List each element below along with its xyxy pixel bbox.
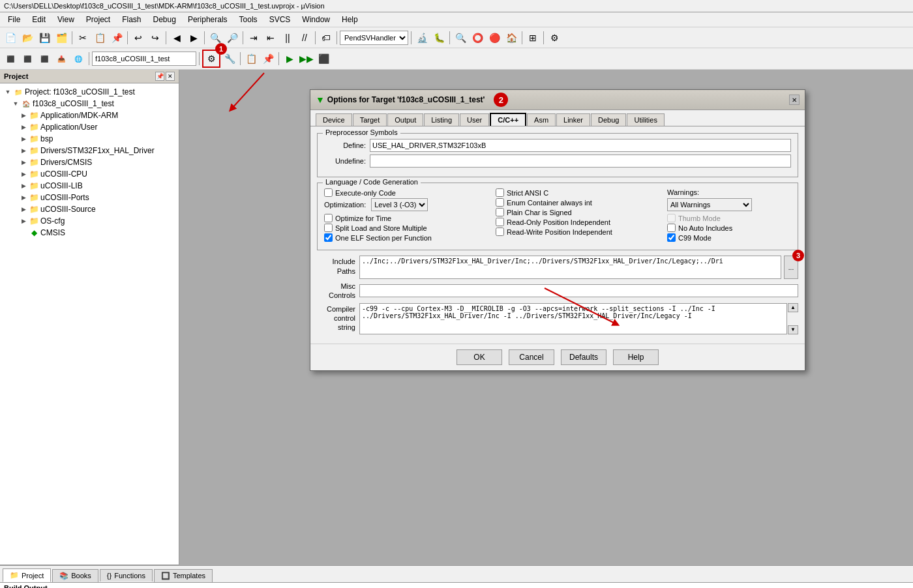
menu-debug[interactable]: Debug [148,14,181,25]
menu-help[interactable]: Help [337,14,363,25]
strict-ansi-check[interactable] [496,188,504,197]
tab-utilities[interactable]: Utilities [627,113,664,126]
tb2-green2-btn[interactable]: ▶▶ [299,51,314,66]
home-btn[interactable]: 🏠 [503,30,519,46]
tab-listing[interactable]: Listing [424,113,459,126]
tab-linker[interactable]: Linker [556,113,590,126]
menu-edit[interactable]: Edit [27,14,51,25]
tree-root[interactable]: ▼ 📁 Project: f103c8_uCOSIII_1_test [0,86,179,98]
tab-books[interactable]: 📚 Books [52,569,98,582]
plain-char-check[interactable] [496,208,504,216]
tb2-btn5[interactable]: 🌐 [70,51,86,66]
tb2-btn3[interactable]: ⬛ [37,51,52,66]
tb2-green1-btn[interactable]: ▶ [282,51,297,66]
cancel-btn[interactable]: Cancel [509,349,554,365]
grid-btn[interactable]: ⊞ [525,30,541,46]
tab-output[interactable]: Output [387,113,423,126]
options-target-btn[interactable]: ⚙ 1 [202,50,220,68]
opt-time-check[interactable] [324,214,333,222]
list-item[interactable]: ▶ 📁 uCOSIII-CPU [0,168,179,180]
tb2-btn2[interactable]: ⬛ [20,51,35,66]
copy-btn[interactable]: 📋 [92,30,108,46]
tab-project[interactable]: 📁 Project [3,568,51,582]
tb2-btn4[interactable]: 📥 [53,51,69,66]
paste-btn[interactable]: 📌 [109,30,125,46]
misc-controls-input[interactable] [359,284,798,297]
optimization-select[interactable]: Level 3 (-O3) [371,198,428,211]
debug2-btn[interactable]: 🐛 [431,30,447,46]
nav-fwd-btn[interactable]: ▶ [186,30,202,46]
enum-container-check[interactable] [496,198,504,207]
tb2-red-btn[interactable]: ⬛ [316,51,331,66]
menu-svcs[interactable]: SVCS [264,14,296,25]
tb2-copy2-btn[interactable]: 📋 [243,51,259,66]
save-all-btn[interactable]: 🗂️ [53,30,69,46]
list-item[interactable]: ▶ 📁 Application/User [0,121,179,133]
include-browse-btn[interactable]: ... 3 [784,256,798,279]
rw-pos-check[interactable] [496,228,504,236]
tb2-paste2-btn[interactable]: 📌 [260,51,276,66]
settings-btn[interactable]: ⚙ [546,30,562,46]
tab-functions[interactable]: {} Functions [100,569,153,581]
list-item[interactable]: ▶ 📁 bsp [0,133,179,145]
warnings-select[interactable]: All Warnings [667,198,752,211]
tab-asm[interactable]: Asm [527,113,556,126]
c99-mode-check[interactable] [667,233,676,242]
defaults-btn[interactable]: Defaults [561,349,606,365]
tab-debug[interactable]: Debug [591,113,626,126]
menu-tools[interactable]: Tools [234,14,263,25]
search2-btn[interactable]: 🔍 [453,30,468,46]
compiler-string-input[interactable]: -c99 -c --cpu Cortex-M3 -D__MICROLIB -g … [359,303,787,334]
one-elf-check[interactable] [324,233,333,242]
open-btn[interactable]: 📂 [20,30,35,46]
modal-close-btn[interactable]: ✕ [789,95,800,105]
menu-flash[interactable]: Flash [117,14,146,25]
list-item[interactable]: ▶ 📁 Drivers/CMSIS [0,156,179,168]
bookmark-btn[interactable]: 🏷 [318,30,334,46]
circle-btn[interactable]: ⭕ [470,30,485,46]
tab-cc[interactable]: C/C++ [490,113,526,126]
redo-btn[interactable]: ↪ [147,30,163,46]
comment-btn[interactable]: || [280,30,295,46]
list-item[interactable]: ▶ 📁 OS-cfg [0,215,179,227]
save-btn[interactable]: 💾 [37,30,52,46]
indent-btn[interactable]: ⇥ [246,30,262,46]
tab-target[interactable]: Target [353,113,387,126]
list-item[interactable]: ▶ 📁 Application/MDK-ARM [0,110,179,121]
outdent-btn[interactable]: ⇤ [263,30,278,46]
replace-btn[interactable]: 🔎 [224,30,240,46]
panel-close-btn[interactable]: ✕ [166,72,175,81]
nav-back-btn[interactable]: ◀ [169,30,185,46]
new-file-btn[interactable]: 📄 [3,30,18,46]
tree-target[interactable]: ▼ 🏠 f103c8_uCOSIII_1_test [0,98,179,110]
define-input[interactable] [370,139,791,152]
compiler-scroll-up[interactable]: ▲ [788,303,798,312]
menu-project[interactable]: Project [81,14,115,25]
list-item[interactable]: ▶ 📁 uCOSIII-Ports [0,192,179,203]
tb2-btn1[interactable]: ⬛ [3,51,18,66]
function-dropdown[interactable]: PendSVHandler [340,31,408,45]
menu-peripherals[interactable]: Peripherals [183,14,233,25]
inspect-btn[interactable]: 🔬 [414,30,430,46]
no-auto-check[interactable] [667,224,676,232]
panel-pin-btn[interactable]: 📌 [155,72,164,81]
ro-pos-check[interactable] [496,218,504,226]
uncomment-btn[interactable]: // [297,30,312,46]
menu-window[interactable]: Window [297,14,335,25]
compiler-scroll-down[interactable]: ▼ [788,325,798,334]
menu-file[interactable]: File [3,14,25,25]
help-btn[interactable]: Help [613,349,659,365]
undo-btn[interactable]: ↩ [130,30,146,46]
include-paths-input[interactable]: ../Inc;../Drivers/STM32F1xx_HAL_Driver/I… [359,256,781,279]
list-item[interactable]: ▶ 📁 uCOSIII-Source [0,203,179,215]
split-load-check[interactable] [324,224,333,232]
cut-btn[interactable]: ✂ [75,30,91,46]
tab-device[interactable]: Device [316,113,352,126]
stop-btn[interactable]: 🔴 [486,30,502,46]
undefine-input[interactable] [370,154,791,168]
exec-only-check[interactable] [324,188,333,197]
menu-view[interactable]: View [52,14,80,25]
tab-templates[interactable]: 🔲 Templates [154,569,213,582]
list-item[interactable]: ◆ CMSIS [0,227,179,239]
ok-btn[interactable]: OK [456,349,502,365]
